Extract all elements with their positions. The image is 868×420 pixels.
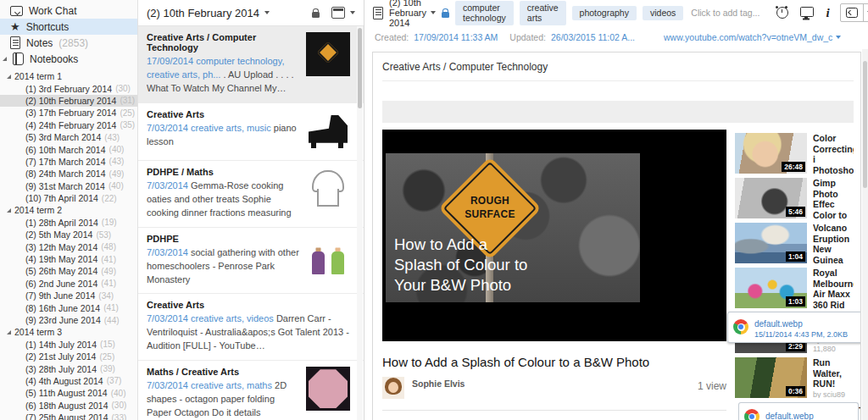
note-item-title: Creative Arts [147, 300, 350, 310]
note-scrollbar[interactable] [862, 49, 868, 420]
note-list-item[interactable]: Creative Arts 7/03/2014 creative arts, v… [138, 294, 364, 361]
note-list-item[interactable]: Maths / Creative Arts 7/03/2014 creative… [138, 361, 364, 420]
suggested-list: default.webp 15/11/2014 4:43 PM, 2.0KB d… [735, 130, 854, 411]
note-list-item[interactable]: Creative Arts 7/03/2014 creative arts, m… [138, 103, 364, 161]
chevron-down-icon [431, 11, 436, 14]
expander-icon[interactable] [7, 208, 11, 213]
view-options-icon[interactable] [331, 7, 345, 19]
suggested-video-item[interactable]: 1:03 Royal Melbourne Air Maxx 360 Rid by… [735, 268, 854, 308]
attachment-filename[interactable]: default.webp [754, 319, 803, 329]
notebook-item-count: (31) [120, 96, 135, 105]
notebook-item[interactable]: (8) 16th June 2014 (41) [0, 301, 137, 313]
suggested-video-thumbnail[interactable]: 1:04 [735, 223, 807, 263]
tag-pill[interactable]: photography [572, 6, 637, 20]
sidebar-item-shortcuts[interactable]: Shortcuts [0, 19, 137, 35]
note-title-field[interactable]: Creative Arts / Computer Technology [382, 61, 854, 81]
expander-icon[interactable] [7, 75, 11, 79]
share-dropdown[interactable] [863, 4, 868, 21]
attachment-filename[interactable]: default.webp [765, 412, 814, 420]
notebook-item[interactable]: (4) 4th August 2014 (37) [0, 375, 137, 387]
share-icon[interactable] [841, 4, 863, 21]
notebook-item[interactable]: (6) 10th March 2014 (40) [0, 143, 137, 155]
suggested-video-thumbnail[interactable]: 26:48 [735, 133, 807, 174]
suggested-video-item[interactable]: 1:04 Volcano Eruption New Guinea by baco… [735, 223, 854, 263]
note-editor[interactable]: Creative Arts / Computer Technology ROUG… [372, 52, 861, 420]
chevron-down-icon[interactable] [350, 11, 355, 14]
notebook-item[interactable]: (6) 2nd June 2014 (41) [0, 278, 137, 290]
chevron-down-icon[interactable] [264, 11, 270, 14]
presentation-icon[interactable] [800, 7, 814, 17]
tag-pill[interactable]: computer technology [455, 1, 514, 25]
notebook-stack-label: 2014 term 2 [14, 205, 62, 215]
notebook-selector[interactable]: (2) 10th February 2014 [389, 0, 436, 28]
sidebar-item-label: Shortcuts [26, 21, 70, 33]
notebook-item[interactable]: (1) 3rd February 2014 (30) [0, 82, 137, 94]
video-duration-badge: 5:46 [786, 207, 805, 217]
suggested-video-title[interactable]: Run Walter, RUN! [813, 357, 854, 390]
note-list-item[interactable]: PDHPE / Maths 7/03/2014 Gemma-Rose cooki… [138, 161, 364, 228]
sidebar-item-work-chat[interactable]: Work Chat [0, 3, 137, 19]
notebook-item[interactable]: (9) 31st March 2014 (40) [0, 180, 137, 192]
suggested-video-thumbnail[interactable]: 1:03 [735, 268, 807, 308]
suggested-video-item[interactable]: 5:46 Gimp Photo Effec Color to Grayscal … [735, 178, 854, 218]
source-url[interactable]: www.youtube.com/watch?v=otneVM_dw_c [664, 32, 841, 42]
attachment-card[interactable]: default.webp [738, 402, 859, 420]
notebook-item[interactable]: (4) 19th May 2014 (41) [0, 253, 137, 265]
notebook-item[interactable]: (8) 24th March 2014 (49) [0, 168, 137, 180]
notebook-item[interactable]: (3) 28th July 2014 (39) [0, 362, 137, 374]
updated-value[interactable]: 26/03/2015 11:02 A... [551, 32, 635, 42]
note-list-item[interactable]: Creative Arts / Computer Technology 17/0… [138, 26, 364, 103]
notebook-item[interactable]: (3) 12th May 2014 (48) [0, 240, 137, 252]
notebook-item[interactable]: (7) 25th August 2014 (33) [0, 412, 137, 420]
suggested-video-title[interactable]: Gimp Photo Effec Color to Grayscal [813, 178, 854, 218]
notebook-item[interactable]: (2) 5th May 2014 (53) [0, 229, 137, 240]
notebook-item[interactable]: (7) 9th June 2014 (34) [0, 290, 137, 301]
suggested-video-item[interactable]: 0:36 Run Walter, RUN! by sciu89 13,123,9… [735, 357, 854, 398]
notebook-item[interactable]: (5) 3rd March 2014 (43) [0, 131, 137, 143]
scrollbar-thumb[interactable] [358, 28, 362, 108]
notebook-item[interactable]: (9) 23rd June 2014 (44) [0, 314, 137, 326]
avatar[interactable] [382, 377, 404, 399]
add-tag-input[interactable]: Click to add tag... [691, 8, 760, 18]
notebook-item[interactable]: (2) 10th February 2014 (31) [0, 95, 137, 107]
expander-icon[interactable] [7, 330, 11, 334]
video-author-name[interactable]: Sophie Elvis [412, 379, 465, 389]
tag-pill[interactable]: videos [643, 6, 683, 20]
created-value[interactable]: 17/09/2014 11:33 AM [414, 32, 498, 42]
lock-icon[interactable] [312, 12, 320, 18]
notebook-stack[interactable]: 2014 term 1 [0, 70, 137, 82]
sidebar-item-notebooks[interactable]: Notebooks [0, 51, 137, 67]
video-player[interactable]: ROUGH SURFACE How to Add a Splash of Col… [382, 130, 726, 341]
suggested-video-title[interactable]: Royal Melbourne Air Maxx 360 Rid [813, 268, 854, 308]
expander-icon[interactable] [3, 57, 7, 61]
notebook-item[interactable]: (6) 18th August 2014 (30) [0, 400, 137, 412]
notebook-item[interactable]: (3) 17th February 2014 (25) [0, 107, 137, 119]
tag-pill[interactable]: creative arts [520, 1, 566, 25]
reminder-clock-icon[interactable] [776, 7, 788, 19]
notebook-item[interactable]: (5) 26th May 2014 (49) [0, 265, 137, 277]
note-list-scrollbar[interactable] [357, 26, 363, 420]
notebook-item[interactable]: (2) 21st July 2014 (25) [0, 351, 137, 362]
notebook-stack[interactable]: 2014 term 2 [0, 204, 137, 216]
suggested-video-title[interactable]: Color Correcting i Photoshop CS3! [813, 133, 854, 174]
note-item-snippet: 7/03/2014 creative arts, videos Darren C… [147, 312, 350, 353]
suggested-video-title[interactable]: Volcano Eruption New Guinea [813, 223, 854, 263]
notebook-item[interactable]: (4) 24th February 2014 (35) [0, 119, 137, 131]
note-list-item[interactable]: PDHPE 7/03/2014 social gathering with ot… [138, 228, 364, 295]
notebook-stack[interactable]: 2014 term 3 [0, 326, 137, 338]
notebook-item[interactable]: (5) 11th August 2014 (40) [0, 387, 137, 399]
notebook-item[interactable]: (1) 14th July 2014 (15) [0, 339, 137, 351]
attachment-card[interactable]: default.webp 15/11/2014 4:43 PM, 2.0KB [727, 312, 861, 343]
video-column: ROUGH SURFACE How to Add a Splash of Col… [382, 130, 726, 411]
video-page-title: How to Add a Splash of Colour to a B&W P… [382, 355, 726, 369]
notebook-item[interactable]: (10) 7th April 2014 (22) [0, 192, 137, 204]
suggested-video-item[interactable]: 26:48 Color Correcting i Photoshop CS3! … [735, 133, 854, 174]
note-list-title[interactable]: (2) 10th February 2014 [147, 7, 259, 19]
suggested-video-thumbnail[interactable]: 0:36 [735, 357, 807, 398]
scrollbar-thumb[interactable] [863, 61, 867, 188]
notebook-item[interactable]: (7) 17th March 2014 (43) [0, 156, 137, 168]
sidebar-item-notes[interactable]: Notes (2853) [0, 35, 137, 51]
notebook-item[interactable]: (1) 28th April 2014 (19) [0, 217, 137, 229]
info-icon[interactable] [826, 7, 829, 19]
suggested-video-thumbnail[interactable]: 5:46 [735, 178, 807, 218]
